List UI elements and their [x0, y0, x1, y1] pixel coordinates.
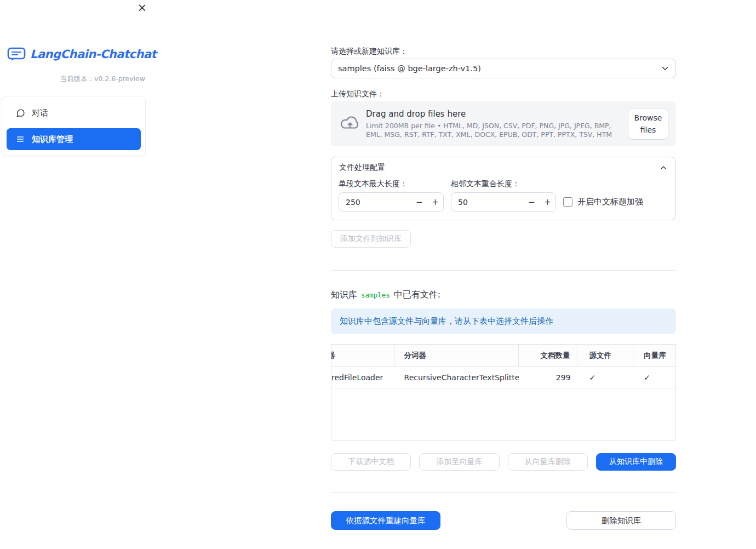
cell-vector-store-check[interactable]: ✓	[633, 367, 675, 388]
knowledge-base-page: 请选择或新建知识库： samples (faiss @ bge-large-zh…	[331, 0, 676, 530]
delete-knowledge-base-button[interactable]: 删除知识库	[566, 511, 676, 530]
kb-select-label: 请选择或新建知识库：	[331, 45, 676, 56]
cell-source-file-check[interactable]: ✓	[577, 367, 634, 388]
overlap-increment-button[interactable]: +	[540, 193, 555, 211]
existing-files-suffix: 中已有文件:	[394, 289, 440, 301]
zh-title-enhance-label: 开启中文标题加强	[577, 197, 643, 207]
delete-from-kb-button[interactable]: 从知识库中删除	[596, 453, 676, 471]
files-table[interactable]: 器 分词器 文档数量 源文件 向量库 redFileLoader Recursi…	[331, 344, 676, 441]
info-banner-text: 知识库中包含源文件与向量库，请从下表中选择文件后操作	[340, 316, 553, 327]
info-banner: 知识库中包含源文件与向量库，请从下表中选择文件后操作	[331, 308, 676, 334]
uploader-title: Drag and drop files here	[366, 109, 628, 119]
chevron-down-icon	[660, 64, 670, 73]
file-config-expander: 文件处理配置 单段文本最大长度： 250 − + 相邻文本重合长度： 50	[331, 157, 676, 220]
kb-select[interactable]: samples (faiss @ bge-large-zh-v1.5)	[331, 59, 676, 78]
add-to-vector-store-button[interactable]: 添加至向量库	[419, 453, 499, 471]
kb-name-code: samples	[361, 291, 390, 299]
cell-splitter[interactable]: RecursiveCharacterTextSplitter	[394, 367, 519, 388]
uploader-limit-text: Limit 200MB per file • HTML, MD, JSON, C…	[366, 122, 628, 139]
list-icon	[15, 134, 25, 144]
browse-files-button[interactable]: Browse files	[628, 108, 668, 140]
app-title: LangChain-Chatchat	[30, 48, 156, 61]
files-table-header: 器 分词器 文档数量 源文件 向量库	[331, 345, 675, 367]
overlap-size-value: 50	[451, 198, 524, 207]
chunk-size-increment-button[interactable]: +	[427, 193, 443, 211]
overlap-size-label: 相邻文本重合长度：	[451, 178, 556, 189]
kb-management-row: 依据源文件重建向量库 删除知识库	[331, 511, 676, 530]
uploader-text: Drag and drop files here Limit 200MB per…	[364, 109, 628, 139]
zh-title-enhance-checkbox[interactable]	[563, 197, 572, 207]
version-label: 当前版本：v0.2.6-preview	[0, 75, 153, 84]
column-header-loader: 器	[331, 345, 394, 366]
cell-doc-count[interactable]: 299	[519, 367, 577, 388]
nav-item-knowledge-base[interactable]: 知识库管理	[7, 128, 141, 150]
chunk-size-field: 单段文本最大长度： 250 − +	[339, 178, 444, 212]
column-header-vector-store: 向量库	[633, 345, 675, 366]
chevron-up-icon	[659, 163, 668, 172]
zh-title-enhance-field: 开启中文标题加强	[563, 191, 668, 212]
table-row[interactable]: redFileLoader RecursiveCharacterTextSpli…	[331, 367, 675, 388]
overlap-size-field: 相邻文本重合长度： 50 − +	[451, 178, 556, 212]
chat-bubble-icon	[15, 108, 25, 118]
nav-item-label: 知识库管理	[32, 134, 73, 145]
nav-item-label: 对话	[32, 108, 48, 118]
chunk-size-decrement-button[interactable]: −	[411, 193, 427, 211]
kb-select-value: samples (faiss @ bge-large-zh-v1.5)	[338, 64, 660, 73]
file-config-expander-header[interactable]: 文件处理配置	[331, 157, 675, 178]
existing-files-heading: 知识库 samples 中已有文件:	[331, 289, 676, 301]
file-actions-row: 下载选中文档 添加至向量库 从向量库删除 从知识库中删除	[331, 453, 676, 471]
chunk-size-label: 单段文本最大长度：	[339, 178, 444, 189]
rebuild-vector-store-button[interactable]: 依据源文件重建向量库	[331, 511, 440, 530]
cell-loader[interactable]: redFileLoader	[331, 367, 394, 388]
column-header-source-file: 源文件	[577, 345, 634, 366]
column-header-doc-count: 文档数量	[519, 345, 577, 366]
nav-menu: 对话 知识库管理	[2, 96, 146, 156]
overlap-decrement-button[interactable]: −	[524, 193, 540, 211]
divider	[331, 492, 676, 493]
column-header-splitter: 分词器	[394, 345, 519, 366]
close-sidebar-icon[interactable]: ×	[137, 2, 147, 14]
cloud-upload-icon	[340, 115, 364, 133]
file-config-title: 文件处理配置	[339, 163, 385, 173]
delete-from-vector-store-button[interactable]: 从向量库删除	[508, 453, 588, 471]
overlap-size-stepper[interactable]: 50 − +	[451, 192, 556, 212]
add-files-to-kb-button[interactable]: 添加文件到知识库	[331, 230, 411, 248]
file-config-body: 单段文本最大长度： 250 − + 相邻文本重合长度： 50 − + 开启中文标…	[331, 178, 675, 220]
file-uploader-dropzone[interactable]: Drag and drop files here Limit 200MB per…	[331, 101, 676, 146]
chunk-size-value: 250	[339, 198, 411, 207]
app-logo: LangChain-Chatchat	[7, 47, 153, 61]
chunk-size-stepper[interactable]: 250 − +	[339, 192, 444, 212]
upload-files-label: 上传知识文件：	[331, 88, 676, 99]
existing-files-prefix: 知识库	[331, 289, 357, 301]
divider	[331, 270, 676, 271]
logo-chat-icon	[7, 47, 26, 61]
download-selected-button[interactable]: 下载选中文档	[331, 453, 411, 471]
sidebar: × LangChain-Chatchat 当前版本：v0.2.6-preview…	[0, 0, 153, 549]
nav-item-dialogue[interactable]: 对话	[7, 102, 141, 124]
